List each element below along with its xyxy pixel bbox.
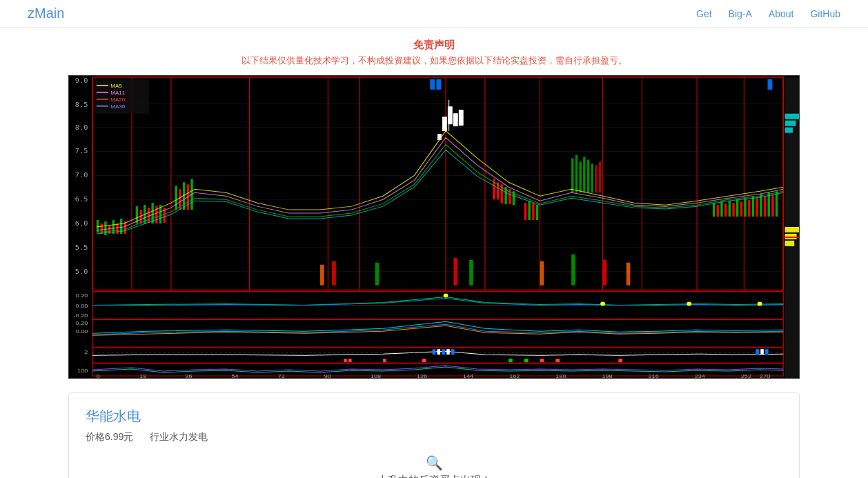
logo[interactable]: zMain <box>28 6 64 21</box>
nav-about[interactable]: About <box>769 8 794 19</box>
chart-container: 9.0 8.5 8.0 7.5 7.0 6.5 6.0 5.5 5.0 9.0 … <box>68 75 800 379</box>
svg-rect-70 <box>459 110 463 126</box>
svg-rect-66 <box>448 107 452 124</box>
svg-rect-97 <box>732 203 734 217</box>
svg-text:MA11: MA11 <box>110 90 125 95</box>
svg-rect-145 <box>437 349 441 355</box>
svg-rect-59 <box>175 186 177 210</box>
svg-rect-156 <box>509 359 513 362</box>
svg-text:270: 270 <box>760 373 770 378</box>
stock-meta: 价格6.99元 行业水力发电 <box>86 431 782 444</box>
svg-rect-34 <box>320 265 324 286</box>
svg-point-135 <box>758 302 762 306</box>
svg-rect-106 <box>767 192 769 217</box>
stock-industry: 行业水力发电 <box>150 431 208 444</box>
svg-text:0.20: 0.20 <box>76 320 88 326</box>
svg-rect-159 <box>555 359 560 362</box>
svg-text:2: 2 <box>84 349 88 355</box>
stock-signal: 🔍 上升中的反弹买点出现！ <box>86 455 782 478</box>
svg-rect-64 <box>438 135 442 140</box>
svg-rect-155 <box>422 359 426 362</box>
svg-rect-119 <box>785 114 799 119</box>
stock-card: 华能水电 价格6.99元 行业水力发电 🔍 上升中的反弹买点出现！ <box>68 392 800 478</box>
svg-text:7.0: 7.0 <box>75 172 88 179</box>
svg-text:0.00: 0.00 <box>76 328 88 335</box>
svg-text:144: 144 <box>463 373 473 378</box>
nav: Get Big-A About GitHub <box>696 8 840 19</box>
svg-rect-107 <box>771 195 773 217</box>
svg-rect-40 <box>571 255 575 286</box>
svg-rect-88 <box>587 159 589 192</box>
svg-rect-86 <box>579 161 581 192</box>
svg-rect-147 <box>446 349 450 355</box>
svg-rect-65 <box>443 117 447 131</box>
svg-rect-92 <box>713 203 715 217</box>
signal-text: 上升中的反弹买点出现！ <box>377 474 491 478</box>
svg-rect-108 <box>776 191 778 217</box>
svg-rect-71 <box>430 79 435 90</box>
svg-rect-150 <box>760 349 764 355</box>
svg-text:234: 234 <box>695 373 705 378</box>
header: zMain Get Big-A About GitHub <box>0 0 868 28</box>
svg-rect-160 <box>618 359 622 362</box>
svg-rect-83 <box>536 205 538 220</box>
svg-rect-101 <box>748 200 750 217</box>
search-icon: 🔍 <box>86 455 782 471</box>
svg-rect-99 <box>740 201 742 217</box>
svg-text:54: 54 <box>231 373 238 378</box>
svg-rect-82 <box>532 203 534 220</box>
svg-rect-152 <box>344 359 347 362</box>
svg-text:MA30: MA30 <box>110 103 125 109</box>
svg-rect-73 <box>767 79 772 90</box>
svg-rect-42 <box>627 263 631 286</box>
svg-rect-154 <box>383 359 386 362</box>
svg-point-132 <box>444 294 448 298</box>
svg-text:MA5: MA5 <box>110 83 121 88</box>
svg-text:8.5: 8.5 <box>75 101 88 108</box>
svg-rect-36 <box>375 263 379 286</box>
svg-text:5.5: 5.5 <box>75 243 88 250</box>
svg-rect-146 <box>442 349 445 355</box>
svg-text:216: 216 <box>649 373 659 378</box>
svg-rect-102 <box>752 196 754 217</box>
svg-text:-0.20: -0.20 <box>74 312 88 319</box>
svg-rect-91 <box>599 161 601 192</box>
svg-rect-1 <box>92 77 783 290</box>
svg-text:0: 0 <box>97 373 100 378</box>
svg-text:72: 72 <box>278 373 285 378</box>
svg-text:18: 18 <box>139 373 146 378</box>
nav-big-a[interactable]: Big-A <box>729 8 752 19</box>
svg-text:8.0: 8.0 <box>75 123 88 130</box>
svg-rect-94 <box>720 201 722 217</box>
svg-text:162: 162 <box>509 373 520 378</box>
svg-rect-90 <box>595 165 597 192</box>
svg-text:0.00: 0.00 <box>76 303 88 309</box>
svg-rect-124 <box>785 241 795 246</box>
svg-point-133 <box>600 302 605 306</box>
svg-rect-39 <box>540 261 544 286</box>
svg-rect-87 <box>583 157 585 192</box>
main-content: 免责声明 以下结果仅供量化技术学习，不构成投资建议，如果您依据以下结论实盘投资，… <box>55 28 813 478</box>
svg-rect-69 <box>453 114 457 126</box>
svg-rect-123 <box>785 234 797 239</box>
svg-rect-38 <box>469 260 473 286</box>
svg-rect-81 <box>529 201 531 220</box>
svg-text:108: 108 <box>371 373 381 378</box>
svg-rect-153 <box>348 359 352 362</box>
svg-rect-48 <box>116 223 118 234</box>
svg-rect-158 <box>540 359 544 362</box>
svg-rect-96 <box>729 201 731 217</box>
svg-text:6.0: 6.0 <box>75 220 88 227</box>
svg-text:9.0: 9.0 <box>75 77 88 84</box>
svg-rect-80 <box>524 203 526 220</box>
svg-text:0.20: 0.20 <box>76 292 88 298</box>
svg-rect-122 <box>785 227 799 232</box>
svg-rect-41 <box>603 260 607 286</box>
svg-rect-93 <box>717 205 719 217</box>
nav-github[interactable]: GitHub <box>810 8 840 19</box>
svg-text:126: 126 <box>417 373 427 378</box>
svg-text:90: 90 <box>324 373 331 378</box>
svg-rect-84 <box>571 158 573 192</box>
nav-get[interactable]: Get <box>696 8 712 19</box>
svg-text:198: 198 <box>602 373 612 378</box>
